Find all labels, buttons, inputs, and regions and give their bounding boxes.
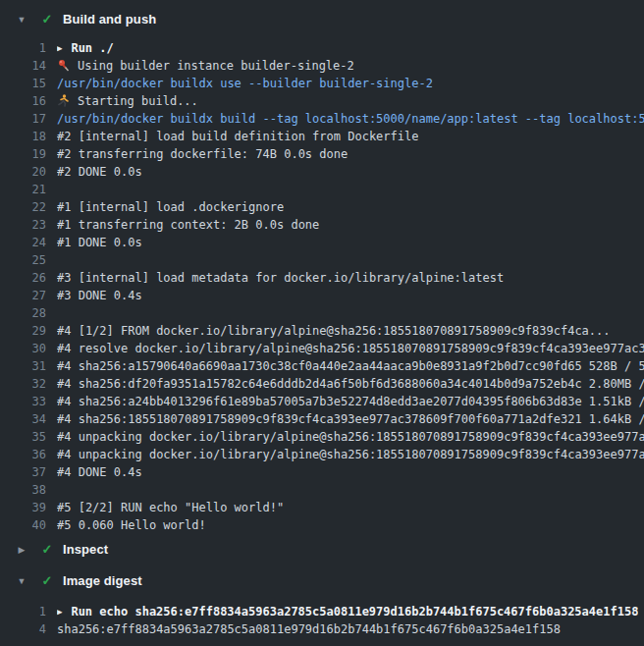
log-line: 1▶Run ./ <box>0 39 644 57</box>
log-text: #2 [internal] load build definition from… <box>57 128 418 145</box>
log-lines: 1▶Run echo sha256:e7ff8834a5963a2785c5a0… <box>0 603 644 638</box>
section-header-build-and-push[interactable]: ▼ ✓ Build and push <box>0 10 644 29</box>
log-text-content: #4 resolve docker.io/library/alpine@sha2… <box>57 342 644 355</box>
log-line: 36#4 unpacking docker.io/library/alpine@… <box>0 446 644 463</box>
log-text: #1 DONE 0.0s <box>57 234 142 251</box>
chevron-down-icon: ▼ <box>16 571 27 591</box>
log-line: 35#4 unpacking docker.io/library/alpine@… <box>0 428 644 446</box>
log-text-content: #4 unpacking docker.io/library/alpine@sh… <box>57 430 644 444</box>
line-number[interactable]: 36 <box>0 446 46 463</box>
log-text-content: Run echo sha256:e7ff8834a5963a2785c5a081… <box>71 605 638 619</box>
line-number[interactable]: 39 <box>0 499 46 516</box>
log-lines: 1▶Run ./14Using builder instance builder… <box>0 39 644 534</box>
log-line: 15/usr/bin/docker buildx use --builder b… <box>0 75 644 92</box>
line-number[interactable]: 20 <box>0 163 46 181</box>
log-line: 38 <box>0 481 644 499</box>
log-text: /usr/bin/docker buildx use --builder bui… <box>57 75 433 92</box>
log-line: 4sha256:e7ff8834a5963a2785c5a0811e979d16… <box>0 620 644 638</box>
line-number[interactable]: 25 <box>0 251 46 269</box>
check-icon: ✓ <box>40 571 54 591</box>
line-number[interactable]: 1 <box>0 39 46 57</box>
line-number[interactable]: 16 <box>0 92 46 110</box>
log-text-content: Starting build... <box>78 94 198 108</box>
log-text: sha256:e7ff8834a5963a2785c5a0811e979d16b… <box>57 620 561 638</box>
log-line: 23#1 transferring context: 2B 0.0s done <box>0 216 644 234</box>
log-text-content: #5 0.060 Hello world! <box>57 518 206 532</box>
log-line: 26#3 [internal] load metadata for docker… <box>0 269 644 287</box>
line-number[interactable]: 18 <box>0 128 46 145</box>
log-text: #3 DONE 0.4s <box>57 287 142 304</box>
log-text: #4 [1/2] FROM docker.io/library/alpine@s… <box>57 322 611 340</box>
line-number[interactable]: 22 <box>0 198 46 216</box>
log-text-content: sha256:e7ff8834a5963a2785c5a0811e979d16b… <box>57 622 561 636</box>
line-number[interactable]: 37 <box>0 463 46 481</box>
log-text: /usr/bin/docker buildx build --tag local… <box>57 110 644 128</box>
line-number[interactable]: 1 <box>0 603 46 620</box>
log-text-content: #1 transferring context: 2B 0.0s done <box>57 218 319 232</box>
runner-icon <box>57 94 72 107</box>
line-number[interactable]: 27 <box>0 287 46 304</box>
line-number[interactable]: 34 <box>0 410 46 428</box>
line-number[interactable]: 29 <box>0 322 46 340</box>
line-number[interactable]: 33 <box>0 393 46 410</box>
log-line: 20#2 DONE 0.0s <box>0 163 644 181</box>
workflow-log-viewer: ▼ ✓ Build and push 1▶Run ./14Using build… <box>0 0 644 646</box>
log-line: 40#5 0.060 Hello world! <box>0 516 644 534</box>
log-line: 18#2 [internal] load build definition fr… <box>0 128 644 145</box>
log-line: 16Starting build... <box>0 92 644 110</box>
line-number[interactable]: 38 <box>0 481 46 499</box>
log-text-content: #2 transferring dockerfile: 74B 0.0s don… <box>57 147 348 161</box>
log-line: 34#4 sha256:185518070891758909c9f839cf4c… <box>0 410 644 428</box>
line-number[interactable]: 32 <box>0 375 46 393</box>
log-text: #2 transferring dockerfile: 74B 0.0s don… <box>57 145 348 163</box>
section-title: Inspect <box>63 540 108 560</box>
log-line: 31#4 sha256:a15790640a6690aa1730c38cf0a4… <box>0 357 644 375</box>
log-text-content: #4 sha256:a24bb4013296f61e89ba57005a7b3e… <box>57 395 644 408</box>
log-text-content: #4 DONE 0.4s <box>57 465 142 479</box>
log-text: #3 [internal] load metadata for docker.i… <box>57 269 504 287</box>
log-line: 37#4 DONE 0.4s <box>0 463 644 481</box>
log-line: 27#3 DONE 0.4s <box>0 287 644 304</box>
line-number[interactable]: 30 <box>0 340 46 357</box>
chevron-down-icon: ▼ <box>16 10 27 29</box>
log-text-content: #2 DONE 0.0s <box>57 165 142 179</box>
line-number[interactable]: 4 <box>0 620 46 638</box>
section-header-image-digest[interactable]: ▼ ✓ Image digest <box>0 571 644 591</box>
log-text: #2 DONE 0.0s <box>57 163 142 181</box>
line-number[interactable]: 24 <box>0 234 46 251</box>
log-line: 24#1 DONE 0.0s <box>0 234 644 251</box>
line-number[interactable]: 21 <box>0 181 46 198</box>
log-line: 21 <box>0 181 644 198</box>
check-icon: ✓ <box>40 540 54 560</box>
log-text[interactable]: ▶Run echo sha256:e7ff8834a5963a2785c5a08… <box>57 603 638 620</box>
expand-caret-icon: ▶ <box>57 603 62 620</box>
log-text-content: #4 [1/2] FROM docker.io/library/alpine@s… <box>57 324 611 338</box>
log-line: 39#5 [2/2] RUN echo "Hello world!" <box>0 499 644 516</box>
log-text: Using builder instance builder-single-2 <box>57 57 354 75</box>
section-header-inspect[interactable]: ▶ ✓ Inspect <box>0 540 644 560</box>
line-number[interactable]: 23 <box>0 216 46 234</box>
log-section-build-and-push: ▼ ✓ Build and push 1▶Run ./14Using build… <box>0 10 644 534</box>
log-text[interactable]: ▶Run ./ <box>57 39 114 57</box>
check-icon: ✓ <box>40 10 54 29</box>
log-text-content: #4 sha256:185518070891758909c9f839cf4ca3… <box>57 412 644 426</box>
log-text-content: #4 unpacking docker.io/library/alpine@sh… <box>57 448 644 461</box>
log-text: #5 [2/2] RUN echo "Hello world!" <box>57 499 284 516</box>
line-number[interactable]: 14 <box>0 57 46 75</box>
line-number[interactable]: 31 <box>0 357 46 375</box>
line-number[interactable]: 19 <box>0 145 46 163</box>
line-number[interactable]: 35 <box>0 428 46 446</box>
log-section-inspect: ▶ ✓ Inspect <box>0 540 644 560</box>
log-text: #4 sha256:a24bb4013296f61e89ba57005a7b3e… <box>57 393 644 410</box>
log-text-content: Run ./ <box>71 41 113 55</box>
line-number[interactable]: 28 <box>0 304 46 322</box>
line-number[interactable]: 40 <box>0 516 46 534</box>
line-number[interactable]: 17 <box>0 110 46 128</box>
line-number[interactable]: 26 <box>0 269 46 287</box>
log-section-image-digest: ▼ ✓ Image digest 1▶Run echo sha256:e7ff8… <box>0 571 644 638</box>
log-line: 19#2 transferring dockerfile: 74B 0.0s d… <box>0 145 644 163</box>
log-text: #4 sha256:a15790640a6690aa1730c38cf0a440… <box>57 357 644 375</box>
log-line: 29#4 [1/2] FROM docker.io/library/alpine… <box>0 322 644 340</box>
log-line: 32#4 sha256:df20fa9351a15782c64e6dddb2d4… <box>0 375 644 393</box>
line-number[interactable]: 15 <box>0 75 46 92</box>
